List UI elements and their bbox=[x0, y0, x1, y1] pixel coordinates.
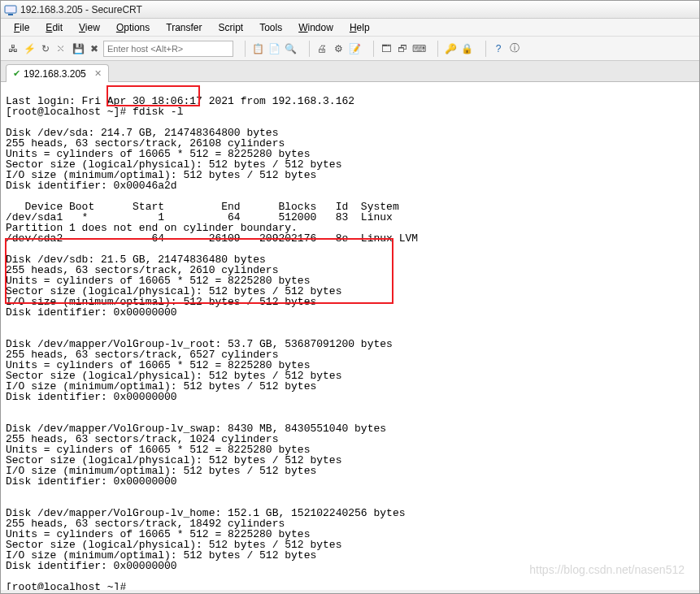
menu-script[interactable]: Script bbox=[211, 20, 250, 35]
host-input[interactable] bbox=[103, 41, 233, 57]
quick-connect-icon[interactable]: ⚡ bbox=[22, 41, 37, 56]
app-icon bbox=[4, 3, 17, 16]
window-title: 192.168.3.205 - SecureCRT bbox=[20, 4, 142, 15]
tab-label: 192.168.3.205 bbox=[24, 68, 86, 80]
keymap-icon[interactable]: ⌨ bbox=[411, 41, 426, 56]
menu-window[interactable]: Window bbox=[292, 20, 340, 35]
key-icon[interactable]: 🔑 bbox=[443, 41, 458, 56]
save-icon[interactable]: 💾 bbox=[71, 41, 85, 56]
lock-icon[interactable]: 🔒 bbox=[459, 41, 474, 56]
menu-edit[interactable]: Edit bbox=[39, 20, 69, 35]
terminal-output-1: Last login: Fri Apr 30 18:06:17 2021 fro… bbox=[6, 95, 418, 245]
copy-icon[interactable]: 📋 bbox=[250, 41, 265, 56]
titlebar: 192.168.3.205 - SecureCRT bbox=[1, 1, 699, 19]
about-icon[interactable]: ⓘ bbox=[507, 41, 522, 56]
session-options-icon[interactable]: 🗔 bbox=[379, 41, 393, 56]
connect-icon[interactable]: 🖧 bbox=[6, 41, 20, 56]
toolbar-separator bbox=[309, 41, 310, 57]
toolbar-separator bbox=[437, 41, 438, 57]
toolbar: 🖧 ⚡ ↻ ⛌ 💾 ✖ 📋 📄 🔍 🖨 ⚙ 📝 🗔 🗗 ⌨ 🔑 🔒 ? ⓘ bbox=[1, 37, 699, 61]
properties-icon[interactable]: ⚙ bbox=[331, 41, 346, 56]
find-icon[interactable]: 🔍 bbox=[283, 41, 298, 56]
tabstrip: ✔ 192.168.3.205 ✕ bbox=[1, 61, 699, 82]
terminal-output-3: Disk /dev/mapper/VolGroup-lv_root: 53.7 … bbox=[6, 338, 405, 590]
menu-help[interactable]: Help bbox=[343, 20, 376, 35]
disconnect-icon[interactable]: ⛌ bbox=[54, 41, 69, 56]
menu-tools[interactable]: Tools bbox=[253, 20, 289, 35]
help-icon[interactable]: ? bbox=[491, 41, 506, 56]
menubar: File Edit View Options Transfer Script T… bbox=[1, 19, 699, 37]
toolbar-separator bbox=[245, 41, 246, 57]
close-tab-icon[interactable]: ✕ bbox=[94, 68, 102, 79]
global-options-icon[interactable]: 🗗 bbox=[395, 41, 410, 56]
menu-transfer[interactable]: Transfer bbox=[159, 20, 208, 35]
watermark: https://blog.csdn.net/nasen512 bbox=[529, 565, 685, 575]
terminal[interactable]: Last login: Fri Apr 30 18:06:17 2021 fro… bbox=[1, 82, 699, 590]
reconnect-icon[interactable]: ↻ bbox=[38, 41, 53, 56]
paste-icon[interactable]: 📄 bbox=[267, 41, 281, 56]
menu-options[interactable]: Options bbox=[110, 20, 156, 35]
toolbar-separator bbox=[485, 41, 486, 57]
status-connected-icon: ✔ bbox=[13, 68, 20, 79]
svg-rect-1 bbox=[8, 14, 13, 15]
menu-view[interactable]: View bbox=[72, 20, 107, 35]
toolbar-separator bbox=[373, 41, 374, 57]
log-icon[interactable]: 📝 bbox=[347, 41, 362, 56]
print-icon[interactable]: 🖨 bbox=[315, 41, 329, 56]
session-tab[interactable]: ✔ 192.168.3.205 ✕ bbox=[6, 64, 109, 82]
terminal-output-sdb: Disk /dev/sdb: 21.5 GB, 21474836480 byte… bbox=[6, 254, 341, 319]
cancel-icon[interactable]: ✖ bbox=[87, 41, 102, 56]
svg-rect-0 bbox=[5, 6, 16, 13]
menu-file[interactable]: File bbox=[7, 20, 36, 35]
